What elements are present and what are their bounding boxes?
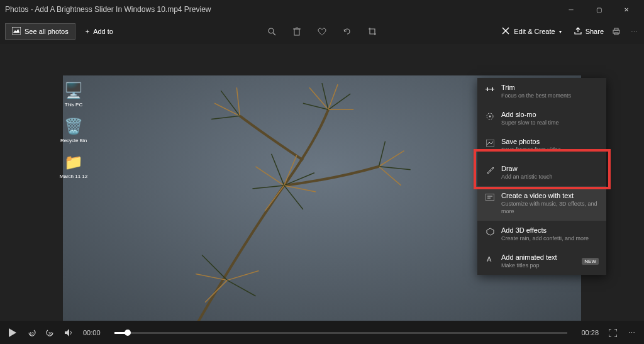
dd-sub: Super slow to real time [501,119,599,127]
close-button[interactable]: ✕ [614,0,639,19]
minimize-button[interactable]: ─ [558,0,584,19]
svg-rect-7 [614,28,618,30]
slomo-icon [485,111,495,121]
add-to-button[interactable]: + Add to [80,25,118,38]
svg-rect-38 [487,87,488,91]
dd-title: Create a video with text [501,191,599,200]
toolbar-right: Edit & Create ▾ Share ⋯ [496,24,639,39]
dd-title: Add slo-mo [501,110,599,119]
dropdown-item-save-photos[interactable]: Save photos Save frames from video [477,132,606,159]
toolbar-center [267,26,377,36]
more-icon[interactable]: ⋯ [629,26,639,36]
see-all-label: See all photos [25,28,69,35]
computer-icon: 🖥️ [64,80,84,101]
playbar-more-button[interactable]: ⋯ [626,328,636,338]
3d-icon [485,227,495,237]
play-button[interactable] [8,328,18,338]
new-badge: NEW [582,258,599,265]
dd-sub: Make titles pop [501,262,575,270]
rotate-icon[interactable] [342,26,352,36]
desktop-icon[interactable]: 🗑️ Recycle Bin [58,116,89,143]
svg-rect-39 [492,87,493,91]
svg-text:A: A [487,255,492,263]
volume-button[interactable] [64,328,74,338]
svg-rect-3 [294,29,299,35]
photo-icon [12,27,21,36]
svg-point-41 [489,115,491,117]
edit-create-dropdown: Trim Focus on the best moments Add slo-m… [477,78,606,275]
edit-create-label: Edit & Create [514,28,555,35]
share-button[interactable]: Share [574,27,604,36]
folder-icon: 📁 [64,152,84,172]
share-icon [574,27,582,36]
see-all-photos-button[interactable]: See all photos [5,23,75,40]
svg-line-2 [273,33,275,35]
window-controls: ─ ▢ ✕ [558,0,639,19]
print-icon[interactable] [611,26,621,36]
dropdown-item-animated-text[interactable]: A Add animated text Make titles pop NEW [477,248,606,275]
toolbar: See all photos + Add to Edit & Create ▾ [0,19,644,44]
svg-point-1 [269,28,274,33]
dd-sub: Save frames from video [501,147,599,154]
desktop-icon[interactable]: 📁 March 11 12 [58,152,89,179]
chevron-down-icon: ▾ [559,29,562,35]
current-time: 00:00 [83,329,101,336]
dd-title: Add 3D effects [501,226,599,235]
plus-icon: + [86,28,89,35]
tools-icon [501,26,510,36]
fullscreen-button[interactable] [608,328,618,338]
animated-text-icon: A [485,254,495,264]
dropdown-item-create-video-text[interactable]: Create a video with text Customize with … [477,186,606,221]
svg-rect-0 [12,27,21,35]
crop-icon[interactable] [367,26,377,36]
svg-text:10: 10 [30,331,34,335]
dropdown-item-trim[interactable]: Trim Focus on the best moments [477,78,606,105]
dd-title: Trim [501,83,599,92]
titlebar: Photos - Add A Brightness Slider In Wind… [0,0,644,19]
delete-icon[interactable] [292,26,302,36]
heart-icon[interactable] [317,26,327,36]
trim-icon [485,84,495,94]
window-title: Photos - Add A Brightness Slider In Wind… [5,5,211,14]
desktop-icons: 🖥️ This PC 🗑️ Recycle Bin 📁 March 11 12 [58,80,96,188]
desktop-icon-label: March 11 12 [58,174,89,179]
dd-title: Save photos [501,137,599,146]
svg-text:30: 30 [48,331,53,335]
dd-sub: Focus on the best moments [501,92,599,100]
dd-title: Draw [501,164,599,173]
total-time: 00:28 [581,329,599,336]
maximize-button[interactable]: ▢ [586,0,611,19]
dropdown-item-draw[interactable]: Draw Add an artistic touch [477,159,606,186]
desktop-icon-label: This PC [58,102,89,108]
skip-forward-button[interactable]: 30 [45,328,55,338]
dd-title: Add animated text [501,253,575,262]
svg-rect-43 [486,194,494,201]
add-to-label: Add to [93,28,113,35]
content-area: 🖥️ This PC 🗑️ Recycle Bin 📁 March 11 12 … [0,44,644,321]
save-photos-icon [485,138,495,148]
dd-sub: Add an artistic touch [501,174,599,181]
video-text-icon [485,192,495,203]
dd-sub: Create rain, add confetti, and more [501,235,599,243]
desktop-icon-label: Recycle Bin [58,138,89,143]
video-playbar: 10 30 00:00 00:28 ⋯ [0,321,644,344]
share-label: Share [586,28,604,35]
desktop-icon[interactable]: 🖥️ This PC [58,80,89,108]
progress-thumb[interactable] [125,330,131,336]
zoom-icon[interactable] [267,26,277,36]
dropdown-item-slomo[interactable]: Add slo-mo Super slow to real time [477,105,606,132]
draw-icon [485,165,495,175]
edit-create-button[interactable]: Edit & Create ▾ [496,24,566,39]
recycle-bin-icon: 🗑️ [64,116,84,136]
dropdown-item-3d-effects[interactable]: Add 3D effects Create rain, add confetti… [477,221,606,248]
skip-back-button[interactable]: 10 [26,328,36,338]
progress-bar[interactable] [114,332,568,334]
dd-sub: Customize with music, 3D effects, and mo… [501,201,599,215]
